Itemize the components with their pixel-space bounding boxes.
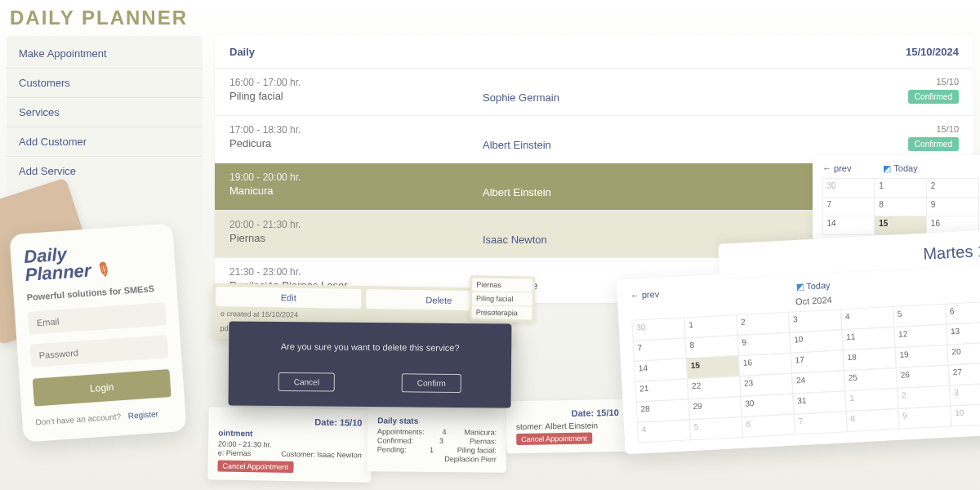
calendar-day[interactable]: 15 (874, 216, 927, 235)
appt-time: 19:00 - 20:00 hr. (229, 172, 483, 183)
calendar-day[interactable]: 7 (822, 197, 875, 216)
appt-service: Manicura (229, 185, 483, 197)
small-calendar: ← prev ◩Today 3012789141516 (813, 155, 980, 243)
calendar-day[interactable]: 14 (822, 216, 875, 235)
daily-stats-card: Daily stats Appointments:4Manicura: Conf… (368, 408, 507, 472)
pencil-icon: ✎ (92, 258, 114, 281)
sidebar-item-add-service[interactable]: Add Service (7, 157, 203, 185)
login-tagline: Powerful solutions for SMEsS (26, 283, 163, 302)
sidebar-item-customers[interactable]: Customers (7, 69, 203, 98)
calendar-day[interactable]: 4 (636, 419, 690, 443)
daily-date: 15/10/2024 (906, 46, 959, 58)
calendar-day[interactable]: 30 (822, 178, 875, 198)
calendar-day[interactable]: 20 (947, 341, 980, 365)
calendar-today-button[interactable]: ◩Today (795, 280, 831, 292)
calendar-day[interactable]: 5 (688, 416, 742, 439)
login-logo: Daily Planner ✎ (24, 238, 163, 284)
calendar-day[interactable]: 6 (944, 301, 980, 324)
card-date: Date: 15/10 (218, 415, 362, 427)
calendar-day[interactable]: 6 (741, 413, 795, 437)
calendar-day[interactable]: 7 (793, 411, 847, 434)
confirm-delete-modal: Are you sure you want to delete this ser… (229, 321, 512, 408)
calendar-icon: ◩ (795, 281, 804, 292)
sidebar-item-make-appointment[interactable]: Make Appointment (7, 39, 203, 69)
calendar-day[interactable]: 10 (950, 403, 980, 426)
status-badge: Confirmed (908, 90, 959, 104)
sidebar-item-add-customer[interactable]: Add Customer (7, 127, 203, 157)
service-list-snippet: Piernas Piling facial Presoterapia (470, 275, 536, 322)
modal-message: Are you sure you want to delete this ser… (245, 341, 495, 354)
register-link[interactable]: Register (127, 409, 158, 421)
list-item[interactable]: Presoterapia (472, 305, 532, 319)
month-calendar: ← prev ◩Today Oct 2024 30123456789101112… (617, 260, 980, 455)
cancel-appointment-button[interactable]: Cancel Appointment (516, 432, 592, 445)
appointment-card: Date: 15/10 ointment 20:00 - 21:30 hr. e… (207, 407, 372, 482)
appt-customer: Sophie Germain (483, 91, 908, 104)
calendar-day[interactable]: 27 (947, 362, 980, 385)
status-badge: Confirmed (908, 137, 959, 151)
password-field[interactable] (30, 335, 169, 368)
edit-button[interactable]: Edit (216, 287, 361, 309)
calendar-day[interactable]: 3 (949, 382, 980, 406)
login-card: Daily Planner ✎ Powerful solutions for S… (9, 223, 186, 442)
modal-confirm-button[interactable]: Confirm (402, 373, 461, 393)
login-button[interactable]: Login (33, 369, 172, 407)
appt-time: 17:00 - 18:30 hr. (229, 124, 483, 136)
card-title: ointment (218, 428, 362, 439)
calendar-prev-button[interactable]: ← prev (630, 289, 659, 301)
appt-service: Piernas (229, 232, 483, 244)
appt-service: Pedicura (229, 137, 483, 149)
card-title: Daily stats (377, 416, 497, 425)
card-date: Date: 15/10 (516, 408, 619, 419)
appointment-row[interactable]: 16:00 - 17:00 hr. Piling facial Sophie G… (215, 68, 973, 115)
customer-appointment-card: Date: 15/10 stomer: Albert Einstein Canc… (506, 399, 629, 454)
calendar-day[interactable]: 9 (898, 405, 951, 429)
list-item[interactable]: Piling facial (472, 292, 532, 305)
appt-short-date: 15/10 (908, 124, 959, 134)
list-item[interactable]: Piernas (472, 278, 532, 292)
appt-short-date: 15/10 (908, 77, 959, 87)
calendar-icon: ◩ (883, 163, 891, 173)
calendar-day[interactable]: 8 (874, 197, 927, 216)
calendar-day[interactable]: 2 (926, 178, 979, 198)
calendar-day[interactable]: 9 (926, 197, 979, 216)
calendar-day[interactable]: 13 (946, 321, 980, 345)
modal-cancel-button[interactable]: Cancel (278, 372, 335, 392)
appt-time: 20:00 - 21:30 hr. (229, 219, 483, 230)
sidebar-item-services[interactable]: Services (7, 98, 203, 127)
email-field[interactable] (28, 302, 167, 335)
daily-heading: Daily (229, 46, 255, 58)
calendar-today-button[interactable]: ◩Today (883, 163, 917, 174)
app-header: DAILY PLANNER (0, 0, 980, 36)
app-title: DAILY PLANNER (10, 7, 970, 29)
register-prompt: Don't have an account? Register (35, 408, 172, 427)
cancel-appointment-button[interactable]: Cancel Appointment (217, 460, 293, 473)
appt-service: Piling facial (229, 90, 483, 102)
appt-time: 16:00 - 17:00 hr. (229, 77, 483, 88)
appt-customer: Albert Einstein (483, 139, 908, 151)
calendar-day[interactable]: 1 (874, 178, 927, 198)
calendar-day[interactable]: 8 (845, 408, 899, 431)
appt-time: 21:30 - 23:00 hr. (229, 266, 483, 278)
calendar-prev-button[interactable]: ← prev (822, 163, 851, 173)
